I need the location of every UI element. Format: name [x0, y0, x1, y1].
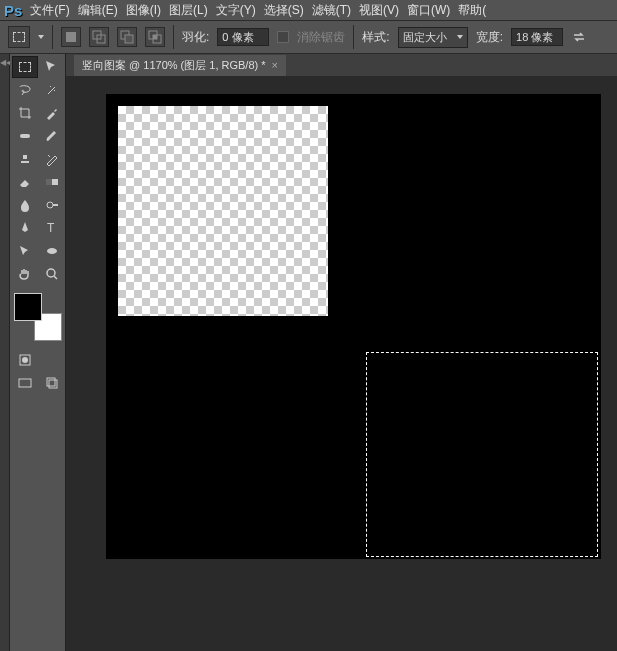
eraser-tool[interactable] [12, 171, 38, 193]
tools-panel: T [10, 54, 66, 651]
color-swatches[interactable] [14, 293, 62, 341]
document-title: 竖向图案 @ 1170% (图层 1, RGB/8) * [82, 58, 266, 73]
menu-type[interactable]: 文字(Y) [216, 2, 256, 19]
healing-brush-tool[interactable] [12, 125, 38, 147]
close-tab-icon[interactable]: × [272, 59, 278, 71]
magic-wand-tool[interactable] [39, 79, 65, 101]
svg-point-11 [47, 202, 53, 208]
svg-rect-0 [66, 32, 76, 42]
add-selection-icon[interactable] [89, 27, 109, 47]
main-menu: 文件(F) 编辑(E) 图像(I) 图层(L) 文字(Y) 选择(S) 滤镜(T… [30, 2, 486, 19]
width-input[interactable] [511, 28, 563, 46]
left-gutter: ◀◀ [0, 54, 10, 651]
menu-help[interactable]: 帮助( [458, 2, 486, 19]
menu-edit[interactable]: 编辑(E) [78, 2, 118, 19]
transparent-layer [118, 106, 328, 316]
history-brush-tool[interactable] [39, 148, 65, 170]
quickmask-tool[interactable] [12, 349, 38, 371]
svg-point-14 [47, 269, 55, 277]
pen-tool[interactable] [12, 217, 38, 239]
svg-point-13 [47, 248, 57, 254]
move-tool[interactable] [39, 56, 65, 78]
current-tool-indicator[interactable] [8, 26, 30, 48]
lasso-tool[interactable] [12, 79, 38, 101]
clone-stamp-tool[interactable] [12, 148, 38, 170]
screenmode-tool[interactable] [12, 372, 38, 394]
hand-tool[interactable] [12, 263, 38, 285]
canvas-area: 竖向图案 @ 1170% (图层 1, RGB/8) * × [66, 54, 617, 651]
tool-preset-dropdown-icon[interactable] [38, 35, 44, 39]
type-tool[interactable]: T [39, 217, 65, 239]
dodge-tool[interactable] [39, 194, 65, 216]
intersect-selection-icon[interactable] [145, 27, 165, 47]
marquee-tool[interactable] [12, 56, 38, 78]
zoom-tool[interactable] [39, 263, 65, 285]
crop-tool[interactable] [12, 102, 38, 124]
swap-icon[interactable] [571, 29, 587, 45]
antialias-label: 消除锯齿 [297, 29, 345, 46]
eyedropper-tool[interactable] [39, 102, 65, 124]
foreground-color[interactable] [14, 293, 42, 321]
svg-rect-7 [153, 35, 157, 39]
svg-rect-10 [46, 179, 52, 185]
antialias-checkbox [277, 31, 289, 43]
feather-label: 羽化: [182, 29, 209, 46]
new-selection-icon[interactable] [61, 27, 81, 47]
svg-point-16 [22, 357, 28, 363]
document-canvas[interactable] [106, 94, 601, 559]
menu-bar: Ps 文件(F) 编辑(E) 图像(I) 图层(L) 文字(Y) 选择(S) 滤… [0, 0, 617, 20]
svg-rect-17 [19, 379, 31, 387]
svg-rect-8 [20, 134, 30, 138]
app-logo: Ps [4, 2, 22, 19]
menu-select[interactable]: 选择(S) [264, 2, 304, 19]
screenmode-alt-tool[interactable] [39, 372, 65, 394]
path-selection-tool[interactable] [12, 240, 38, 262]
gradient-tool[interactable] [39, 171, 65, 193]
selection-marquee[interactable] [366, 352, 598, 557]
document-tab-bar: 竖向图案 @ 1170% (图层 1, RGB/8) * × [66, 54, 617, 76]
menu-window[interactable]: 窗口(W) [407, 2, 450, 19]
chevron-down-icon [457, 35, 463, 39]
menu-file[interactable]: 文件(F) [30, 2, 69, 19]
brush-tool[interactable] [39, 125, 65, 147]
collapse-icon[interactable]: ◀◀ [0, 58, 9, 67]
shape-tool[interactable] [39, 240, 65, 262]
svg-text:T: T [47, 221, 55, 235]
document-tab[interactable]: 竖向图案 @ 1170% (图层 1, RGB/8) * × [74, 55, 286, 76]
menu-view[interactable]: 视图(V) [359, 2, 399, 19]
style-select[interactable]: 固定大小 [398, 27, 468, 48]
svg-rect-4 [125, 35, 133, 43]
width-label: 宽度: [476, 29, 503, 46]
svg-rect-19 [49, 380, 57, 388]
style-label: 样式: [362, 29, 389, 46]
feather-input[interactable] [217, 28, 269, 46]
options-bar: 羽化: 消除锯齿 样式: 固定大小 宽度: [0, 20, 617, 54]
menu-layer[interactable]: 图层(L) [169, 2, 208, 19]
blur-tool[interactable] [12, 194, 38, 216]
menu-image[interactable]: 图像(I) [126, 2, 161, 19]
svg-rect-18 [47, 378, 55, 386]
subtract-selection-icon[interactable] [117, 27, 137, 47]
menu-filter[interactable]: 滤镜(T) [312, 2, 351, 19]
